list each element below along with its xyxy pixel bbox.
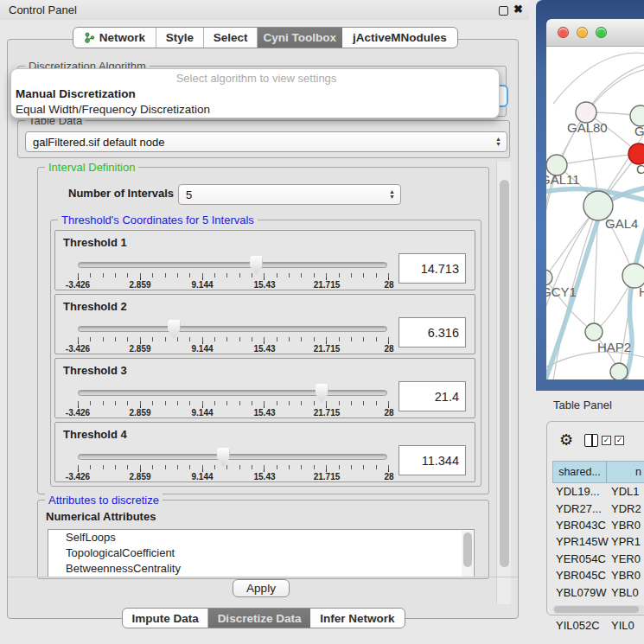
slider-thumb[interactable]: [168, 320, 181, 339]
interval-definition-label: Interval Definition: [45, 161, 138, 174]
num-intervals-label: Number of Intervals: [68, 187, 174, 200]
float-window-icon[interactable]: [499, 6, 508, 16]
network-icon: [84, 32, 95, 43]
num-intervals-combobox[interactable]: 5 ▲▼: [178, 184, 401, 205]
network-node-label: GCY1: [546, 284, 577, 299]
slider-minor-ticks: [78, 273, 389, 277]
tab-impute-data[interactable]: Impute Data: [123, 609, 208, 628]
table-row[interactable]: YBR045CYBR0: [552, 567, 644, 583]
split-column-icon[interactable]: [584, 434, 598, 447]
network-node-label: GAL11: [546, 172, 580, 187]
dropdown-option-manual[interactable]: Manual Discretization: [14, 87, 499, 103]
num-intervals-value: 5: [186, 188, 192, 201]
dropdown-placeholder: Select algorithm to view settings: [14, 72, 499, 87]
threshold-1-slider[interactable]: [78, 262, 387, 268]
slider-tick-labels: -3.426 2.859 9.144 15.43 21.715 28: [78, 344, 389, 354]
tab-cyni-toolbox[interactable]: Cyni Toolbox: [258, 28, 342, 48]
slider-tick-labels: -3.426 2.859 9.144 15.43 21.715 28: [78, 408, 389, 418]
threshold-1-row: Threshold 1 -3.426 2.859 9.144 15.43 21.…: [54, 230, 475, 290]
checkbox-icon[interactable]: ✓: [615, 436, 624, 445]
network-node-label: GAL80: [567, 120, 608, 135]
list-scrollbar-track[interactable]: [462, 531, 473, 577]
threshold-1-value-field[interactable]: 14.713: [399, 253, 466, 284]
threshold-2-slider[interactable]: [78, 326, 387, 332]
threshold-4-label: Threshold 4: [63, 428, 127, 441]
threshold-2-row: Threshold 2 -3.426 2.859 9.144 15.43 21.…: [54, 294, 475, 354]
threshold-2-value-field[interactable]: 6.316: [399, 317, 466, 348]
table-panel: ⚙ ✓ ✓ shared... n YDL19...YDL1 YDR27...Y…: [546, 421, 644, 615]
divider: [8, 577, 518, 577]
threshold-2-label: Threshold 2: [63, 300, 127, 313]
slider-thumb[interactable]: [217, 448, 230, 467]
table-header-row: shared... n: [552, 461, 644, 483]
close-traffic-light[interactable]: [558, 27, 569, 38]
zoom-traffic-light[interactable]: [596, 27, 607, 38]
minimize-traffic-light[interactable]: [577, 27, 588, 38]
network-canvas[interactable]: GAL80GACGAL11GAL4GCY1HHAP2: [546, 47, 644, 379]
column-header-name[interactable]: n: [607, 462, 644, 482]
network-node-label: C: [636, 162, 644, 176]
dropdown-option-equal-width[interactable]: Equal Width/Frequency Discretization: [14, 103, 499, 118]
panel-scrollbar-track[interactable]: [496, 162, 511, 604]
threshold-3-value-field[interactable]: 21.4: [399, 381, 466, 411]
algorithm-dropdown-popup: Select algorithm to view settings Manual…: [10, 68, 500, 118]
network-view-window[interactable]: GAL80GACGAL11GAL4GCY1HHAP2: [536, 0, 644, 391]
threshold-3-label: Threshold 3: [63, 364, 127, 377]
threshold-4-row: Threshold 4 -3.426 2.859 9.144 15.43 21.…: [54, 422, 475, 482]
list-item[interactable]: TopologicalCoefficient: [48, 545, 474, 561]
threshold-4-slider[interactable]: [78, 454, 387, 460]
screen: Control Panel ✖ Network Style Select Cyn…: [0, 0, 644, 644]
table-row[interactable]: YPR145WYPR1: [552, 533, 644, 550]
tab-network-label: Network: [99, 31, 145, 44]
table-row[interactable]: YER054CYER0: [552, 551, 644, 567]
network-node[interactable]: [610, 363, 628, 379]
table-row[interactable]: YIL052CYIL0: [552, 617, 644, 634]
table-row[interactable]: YBR043CYBR0: [552, 517, 644, 533]
checkbox-icon[interactable]: ✓: [602, 436, 611, 445]
slider-tick-labels: -3.426 2.859 9.144 15.43 21.715 28: [78, 280, 389, 290]
network-node-label: GA: [634, 124, 644, 138]
numerical-attributes-list[interactable]: SelfLoops TopologicalCoefficient Between…: [48, 529, 475, 577]
apply-button[interactable]: Apply: [233, 579, 290, 597]
slider-thumb[interactable]: [250, 256, 263, 275]
network-window-titlebar[interactable]: [546, 19, 644, 47]
toolbox-tabbar: Network Style Select Cyni Toolbox jActiv…: [73, 27, 458, 48]
slider-thumb[interactable]: [316, 384, 328, 403]
mode-tabbar: Impute Data Discretize Data Infer Networ…: [122, 608, 405, 628]
thresholds-group-label: Threshold's Coordinates for 5 Intervals: [58, 214, 258, 226]
network-node[interactable]: [585, 323, 603, 341]
table-panel-toolbar: ⚙ ✓ ✓: [547, 429, 644, 451]
threshold-3-row: Threshold 3 -3.426 2.859 9.144 15.43 21.…: [54, 358, 475, 418]
table-row[interactable]: YDL19...YDL1: [552, 483, 644, 500]
threshold-3-slider[interactable]: [78, 390, 387, 396]
gear-icon[interactable]: ⚙: [559, 430, 573, 450]
numerical-attributes-label: Numerical Attributes: [46, 510, 156, 523]
table-data-value: galFiltered.sif default node: [33, 136, 164, 149]
list-item[interactable]: BetweennessCentrality: [48, 561, 474, 577]
table-data-group: Table Data galFiltered.sif default node …: [17, 120, 510, 158]
column-header-shared-name[interactable]: shared...: [553, 462, 607, 482]
table-row[interactable]: YDR27...YDR2: [552, 500, 644, 516]
control-panel-title: Control Panel: [9, 3, 77, 16]
table-hscrollbar-thumb[interactable]: [554, 606, 639, 613]
table-row[interactable]: YBL079WYBL0: [552, 583, 644, 600]
network-node[interactable]: [546, 270, 552, 285]
network-node-label: H: [639, 284, 644, 299]
tab-select[interactable]: Select: [204, 28, 258, 48]
tab-discretize-data[interactable]: Discretize Data: [208, 609, 309, 628]
table-panel-title: Table Panel: [553, 399, 612, 411]
table-hscrollbar-track[interactable]: [552, 605, 644, 614]
threshold-4-value-field[interactable]: 11.344: [399, 445, 466, 475]
panel-scrollbar-thumb[interactable]: [500, 180, 509, 567]
tab-style[interactable]: Style: [156, 28, 205, 48]
close-icon[interactable]: ✖: [513, 3, 523, 16]
tab-network[interactable]: Network: [73, 28, 156, 48]
list-scrollbar-thumb[interactable]: [463, 532, 472, 567]
tab-infer-network[interactable]: Infer Network: [310, 609, 405, 628]
slider-minor-ticks: [78, 401, 389, 405]
list-item[interactable]: SelfLoops: [48, 530, 474, 545]
table-data-combobox[interactable]: galFiltered.sif default node ▲▼: [25, 131, 507, 152]
network-graph: GAL80GACGAL11GAL4GCY1HHAP2: [546, 47, 644, 379]
attributes-group-label: Attributes to discretize: [45, 494, 163, 507]
tab-jactivemnodules[interactable]: jActiveMNodules: [342, 28, 457, 48]
